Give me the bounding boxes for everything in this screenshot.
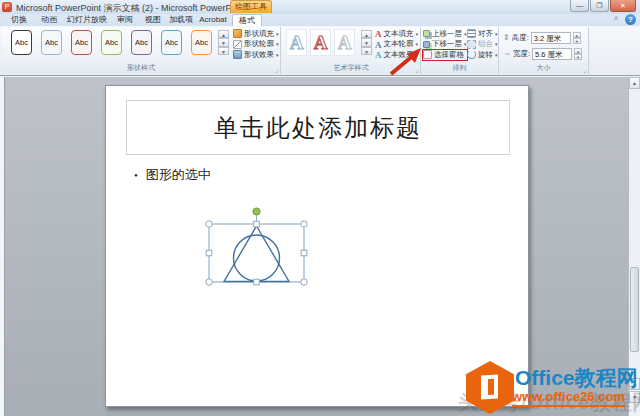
watermark: 头条号/Office教程网 Office教程网 www.office26.com — [462, 356, 640, 416]
dialog-launcher-icon[interactable]: ⌟ — [415, 66, 418, 73]
wordart-gallery: A A A — [286, 29, 355, 56]
tab-format-active[interactable]: 格式 — [232, 14, 262, 26]
shape-outline-button[interactable]: 形状轮廓 ▾ — [233, 40, 279, 50]
tab-view[interactable]: 视图 — [140, 14, 166, 26]
height-input[interactable]: 3.2 厘米 — [531, 32, 571, 44]
text-fill-icon: A — [375, 29, 382, 38]
text-outline-button[interactable]: A 文本轮廓 ▾ — [375, 40, 418, 50]
gallery-more-icon[interactable]: ▼ — [361, 47, 372, 55]
corner-handle[interactable] — [301, 221, 307, 227]
rotate-label: 旋转 — [478, 50, 493, 60]
scroll-up-icon[interactable]: ▲ — [629, 77, 640, 89]
shape-style-item[interactable]: Abc — [161, 30, 182, 55]
wordart-style-item[interactable]: A — [286, 29, 307, 56]
shape-fill-label: 形状填充 — [244, 29, 274, 39]
edge-handle[interactable] — [254, 221, 260, 227]
corner-handle[interactable] — [206, 221, 212, 227]
width-stepper[interactable]: ▲ ▼ — [574, 48, 582, 60]
shape-style-item[interactable]: Abc — [191, 30, 212, 55]
dialog-launcher-icon[interactable]: ⌟ — [275, 66, 278, 73]
maximize-button[interactable]: ❐ — [590, 0, 609, 12]
ribbon-tab-bar: 切换 动画 幻灯片放映 审阅 视图 加载项 Acrobat 格式 ˄ ? — [0, 14, 640, 26]
watermark-brand: Office教程网 — [515, 364, 638, 392]
corner-handle[interactable] — [301, 279, 307, 285]
scrollbar-thumb[interactable] — [630, 267, 639, 352]
minimize-button[interactable]: — — [570, 0, 589, 12]
bring-forward-label: 上移一层 — [432, 29, 462, 39]
shape-fill-button[interactable]: 形状填充 ▾ — [233, 29, 279, 39]
contextual-tab-header-drawing-tools: 绘图工具 — [230, 0, 272, 13]
tab-review[interactable]: 审阅 — [112, 14, 138, 26]
tab-transitions[interactable]: 切换 — [6, 14, 32, 26]
wordart-style-item[interactable]: A — [310, 29, 331, 56]
chevron-down-icon: ▾ — [416, 52, 419, 58]
send-backward-label: 下移一层 — [432, 39, 462, 49]
text-effects-label: 文本效果 — [384, 50, 414, 60]
send-backward-icon — [423, 41, 430, 48]
shape-effects-icon — [233, 50, 242, 59]
group-label-size: 大小 — [499, 63, 588, 73]
width-input[interactable]: 5.6 厘米 — [532, 48, 572, 60]
text-fill-button[interactable]: A 文本填充 ▾ — [375, 29, 418, 39]
shape-style-item[interactable]: Abc — [41, 30, 62, 55]
group-shape-styles: Abc Abc Abc Abc Abc Abc Abc ▲ ▼ ▼ 形状填充 ▾ — [2, 27, 281, 74]
shape-style-item[interactable]: Abc — [71, 30, 92, 55]
group-label-shape-styles: 形状样式 — [2, 63, 280, 73]
shape-style-item[interactable]: Abc — [101, 30, 122, 55]
selection-bounding-box[interactable] — [209, 224, 304, 282]
group-button[interactable]: 组合 ▾ — [467, 40, 498, 50]
slide-bullet-line[interactable]: •图形的选中 — [134, 166, 211, 184]
shape-gallery-scroll: ▲ ▼ ▼ — [218, 30, 229, 55]
close-button[interactable]: ✕ — [610, 0, 636, 12]
wordart-style-item[interactable]: A — [334, 29, 355, 56]
tab-slideshow[interactable]: 幻灯片放映 — [64, 14, 110, 26]
tab-acrobat[interactable]: Acrobat — [196, 14, 230, 26]
corner-handle[interactable] — [206, 279, 212, 285]
chevron-down-icon: ▾ — [495, 41, 498, 47]
text-effects-button[interactable]: A 文本效果 ▾ — [375, 50, 418, 60]
width-icon: ⇔ — [503, 49, 511, 58]
edge-handle[interactable] — [206, 250, 212, 256]
powerpoint-window: P Microsoft PowerPoint 演示文稿 (2) - Micros… — [0, 0, 640, 416]
help-icon[interactable]: ? — [625, 14, 636, 25]
rotation-handle[interactable] — [253, 208, 260, 215]
shape-outline-label: 形状轮廓 — [244, 39, 274, 49]
send-backward-button[interactable]: 下移一层 ▾ — [423, 40, 467, 50]
bring-forward-icon — [423, 30, 430, 37]
gallery-more-icon[interactable]: ▼ — [218, 47, 229, 55]
height-stepper[interactable]: ▲ ▼ — [573, 32, 581, 44]
tab-addins[interactable]: 加载项 — [166, 14, 196, 26]
gallery-scroll-up-icon[interactable]: ▲ — [361, 30, 372, 38]
shape-outline-icon — [233, 40, 242, 49]
collapse-ribbon-icon[interactable]: ˄ — [614, 15, 618, 22]
chevron-down-icon: ▾ — [495, 52, 498, 58]
edge-handle[interactable] — [301, 250, 307, 256]
slide-panel-edge — [0, 77, 5, 416]
slide-title-placeholder[interactable]: 单击此处添加标题 — [126, 100, 510, 155]
group-label-text: 组合 — [478, 39, 493, 49]
shape-selection-group[interactable] — [201, 204, 323, 296]
edge-handle[interactable] — [254, 279, 260, 285]
shape-style-item[interactable]: Abc — [11, 30, 32, 55]
align-button[interactable]: 对齐 ▾ — [467, 29, 498, 39]
tab-animations[interactable]: 动画 — [36, 14, 62, 26]
align-icon — [467, 29, 476, 38]
gallery-scroll-down-icon[interactable]: ▼ — [361, 38, 372, 46]
gallery-scroll-up-icon[interactable]: ▲ — [218, 30, 229, 38]
rotate-button[interactable]: 旋转 ▾ — [467, 50, 498, 60]
gallery-scroll-down-icon[interactable]: ▼ — [218, 38, 229, 46]
shape-effects-button[interactable]: 形状效果 ▾ — [233, 50, 279, 60]
selection-pane-button[interactable]: 选择窗格 — [423, 50, 467, 60]
chevron-down-icon: ▾ — [276, 52, 279, 58]
bring-forward-button[interactable]: 上移一层 ▾ — [423, 29, 467, 39]
shape-effects-label: 形状效果 — [244, 50, 274, 60]
spin-down-icon[interactable]: ▼ — [574, 54, 582, 60]
dialog-launcher-icon[interactable]: ⌟ — [583, 66, 586, 73]
bullet-glyph: • — [134, 169, 138, 181]
circle-shape[interactable] — [234, 235, 280, 281]
chevron-down-icon: ▾ — [276, 41, 279, 47]
spin-down-icon[interactable]: ▼ — [573, 38, 581, 44]
chevron-down-icon: ▾ — [416, 41, 419, 47]
group-arrange: 上移一层 ▾ 下移一层 ▾ 选择窗格 对齐 ▾ — [421, 27, 499, 74]
shape-style-item[interactable]: Abc — [131, 30, 152, 55]
